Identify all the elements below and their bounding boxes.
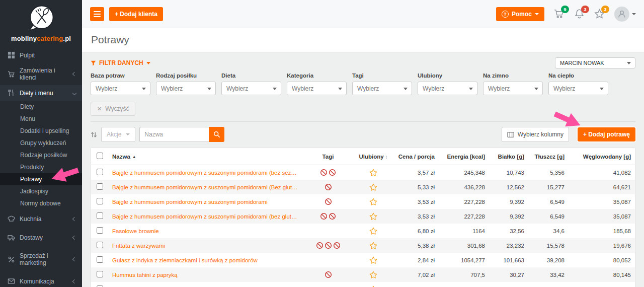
cart-button[interactable]: 9 [554, 9, 565, 19]
column-header-bialko[interactable]: Białko [g] [489, 148, 528, 165]
column-header-tagi[interactable]: Tagi [302, 148, 354, 165]
favorite-star-icon[interactable] [369, 242, 377, 250]
sidebar-item-normy-dobowe[interactable]: Normy dobowe [0, 197, 82, 209]
dish-name-link[interactable]: Frittata z warzywami [112, 243, 298, 249]
cell-price: 5,33 zł [392, 180, 439, 194]
clear-filters-label: Wyczyść [105, 105, 129, 112]
choose-columns-button[interactable]: Wybierz kolumny [502, 127, 569, 142]
sidebar-item-rodzaje-posilkow[interactable]: Rodzaje posiłków [0, 149, 82, 161]
dish-name-link[interactable]: Bajgle z hummusem pomidorowym z suszonym… [112, 199, 298, 205]
column-header-nazwa[interactable]: Nazwa▲ [108, 148, 302, 165]
cell-fat: 33,42 [528, 267, 569, 282]
column-header-ulubiony[interactable]: Ulubiony↕ [354, 148, 392, 165]
search-input[interactable] [139, 127, 209, 142]
chevron-left-icon [72, 235, 76, 239]
sidebar-item-jadlospisy[interactable]: Jadłospisy [0, 185, 82, 197]
chevron-down-icon [600, 88, 604, 90]
sidebar-item-diety[interactable]: Diety [0, 101, 82, 113]
add-client-button[interactable]: + Dodaj klienta [109, 7, 163, 21]
column-header-cena-porcja[interactable]: Cena / porcja [392, 148, 439, 165]
filter-field-rodzaj-posilku: Rodzaj posiłkuWybierz [156, 73, 216, 95]
filter-select-ulubiony[interactable]: Wybierz [418, 82, 477, 95]
filter-select-dieta[interactable]: Wybierz [221, 82, 281, 95]
sidebar-item-pulpit[interactable]: Pulpit [0, 47, 82, 63]
row-checkbox[interactable] [97, 198, 103, 204]
dish-name-link[interactable]: Gulasz z indyka z ziemniaczkami i surówk… [112, 257, 298, 263]
dish-name-link[interactable]: Bajgle z hummusem pomidorowym z suszonym… [112, 213, 298, 220]
sidebar: mobilnycatering.pl Pulpit Zamówienia i k… [0, 0, 82, 287]
sort-order-icon[interactable] [91, 131, 97, 138]
dish-name-link[interactable]: Bajgle z hummusem pomidorowym z suszonym… [112, 184, 298, 190]
row-favorite [354, 253, 392, 267]
cell-fat: 34,6 [528, 224, 569, 238]
dish-name-link[interactable]: Bajgle z hummusem pomidorowym z suszonym… [112, 170, 298, 176]
row-checkbox[interactable] [97, 271, 103, 277]
favorite-star-icon[interactable] [369, 169, 377, 177]
row-checkbox[interactable] [97, 256, 103, 263]
search-group [139, 127, 224, 142]
favorite-star-icon[interactable] [369, 271, 377, 279]
filter-field-tagi: TagiWybierz [352, 73, 412, 95]
row-checkbox[interactable] [97, 242, 103, 248]
filter-select-tagi[interactable]: Wybierz [352, 82, 412, 95]
sidebar-item-diety-i-menu[interactable]: Diety i menu [0, 85, 82, 101]
filter-field-ulubiony: UlubionyWybierz [418, 73, 477, 95]
actions-dropdown[interactable]: Akcje [101, 127, 135, 142]
select-value: Wybierz [292, 85, 313, 92]
column-header-tluszcz[interactable]: Tłuszcz [g] [528, 148, 569, 165]
row-checkbox[interactable] [97, 212, 103, 219]
menu-toggle-button[interactable] [90, 7, 104, 21]
favorite-star-icon[interactable] [369, 183, 377, 191]
favorite-star-icon[interactable] [369, 285, 377, 287]
columns-icon [507, 131, 514, 138]
cell-fat: 6,549 [528, 209, 569, 224]
sidebar-item-grupy-wykluczen[interactable]: Grupy wykluczeń [0, 137, 82, 149]
filter-select-na-zimno[interactable]: Wybierz [483, 82, 543, 95]
favorite-star-icon[interactable] [369, 227, 377, 235]
row-tag-icons [302, 224, 354, 238]
row-tag-icons [302, 238, 354, 253]
filter-select-rodzaj-posilku[interactable]: Wybierz [156, 82, 216, 95]
user-menu[interactable] [614, 7, 636, 22]
chevron-down-icon [534, 88, 538, 90]
row-checkbox[interactable] [97, 169, 103, 175]
favorites-button[interactable]: 3 [594, 9, 605, 19]
allergen-icon [316, 242, 324, 249]
row-checkbox[interactable] [97, 183, 103, 190]
select-all-checkbox[interactable] [97, 153, 103, 159]
filter-label: Kategoria [287, 73, 347, 79]
sidebar-item-sprzedaz-i-marketing[interactable]: Sprzedaż i marketing [0, 247, 82, 272]
favorite-star-icon[interactable] [369, 212, 377, 221]
row-checkbox[interactable] [97, 227, 103, 234]
sidebar-item-kuchnia[interactable]: Kuchnia [0, 209, 82, 228]
brand-name: mobilnycatering.pl [11, 35, 71, 42]
filter-select-na-cieplo[interactable]: Wybierz [548, 82, 608, 95]
favorite-star-icon[interactable] [369, 256, 377, 264]
table-header-row: Nazwa▲ Tagi Ulubiony↕ Cena / porcja Ener… [91, 148, 635, 165]
filter-section-toggle[interactable]: FILTR DANYCH [91, 59, 150, 66]
filter-select-kategoria[interactable]: Wybierz [287, 82, 347, 95]
select-value: Wybierz [161, 85, 183, 92]
favorite-star-icon[interactable] [369, 198, 377, 206]
add-dish-button[interactable]: + Dodaj potrawę [578, 127, 635, 141]
sidebar-item-komunikacja[interactable]: Komunikacja [0, 272, 82, 287]
sidebar-item-zamowienia-i-klienci[interactable]: Zamówienia i klienci [0, 63, 82, 85]
notifications-button[interactable]: 3 [574, 9, 585, 19]
column-header-energia[interactable]: Energia [kcal] [439, 148, 489, 165]
user-filter-select[interactable]: MARCIN NOWAK [555, 57, 635, 68]
table-row: Fasolowe brownie6,80 zł116432,5634,6185,… [91, 224, 635, 238]
brand[interactable]: mobilnycatering.pl [0, 0, 82, 44]
sidebar-item-dodatki-i-upselling[interactable]: Dodatki i upselling [0, 125, 82, 137]
column-header-weglowodany[interactable]: Węglowodany [g] [569, 148, 635, 165]
search-button[interactable] [209, 127, 224, 142]
clear-filters-button[interactable]: ✕ Wyczyść [91, 102, 135, 116]
select-value: Wybierz [357, 85, 379, 92]
help-button[interactable]: ? Pomoc [496, 7, 544, 21]
sidebar-item-menu[interactable]: Menu [0, 113, 82, 125]
filter-select-baza-potraw[interactable]: Wybierz [91, 82, 150, 95]
dish-name-link[interactable]: Hummus tahini z papryką [112, 272, 298, 278]
percent-icon [8, 256, 15, 263]
sidebar-item-label: Kuchnia [20, 216, 41, 223]
dish-name-link[interactable]: Fasolowe brownie [112, 228, 298, 234]
sidebar-item-dostawy[interactable]: Dostawy [0, 228, 82, 247]
